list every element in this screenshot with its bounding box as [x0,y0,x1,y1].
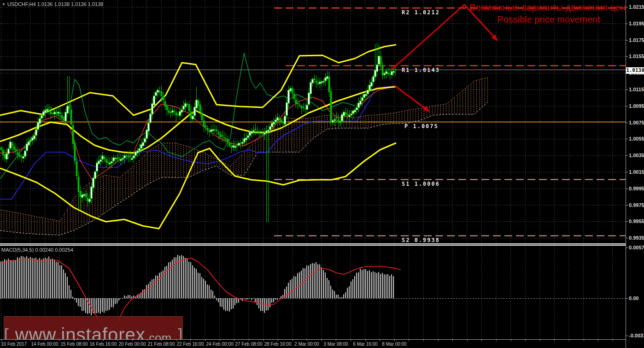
time-axis-label: 21 Feb 08:00 [148,342,175,347]
time-axis-tick [220,340,220,341]
price-axis[interactable]: 1.0138 1.02151.01951.01751.01551.01351.0… [626,0,644,348]
time-axis-tick [481,340,482,341]
time-axis-tick [467,340,468,341]
price-axis-label: 1.0175 [629,37,644,43]
time-axis-tick [336,340,336,341]
ohlc-values: 1.0136 1.0138 1.0136 1.0138 [37,1,104,7]
time-axis-tick [540,340,540,341]
price-axis-label: -0.00378 [629,333,644,338]
price-axis-label: 1.0015 [629,169,644,175]
time-axis-label: 28 Feb 16:00 [264,342,292,347]
time-axis-tick [147,340,147,341]
axis-tick [626,221,628,222]
level-label-r1: R1 1.0143 [402,67,440,73]
time-axis-label: 22 Feb 16:00 [177,342,204,347]
symbol-label: USDCHF,H4 [7,1,36,7]
axis-tick [626,238,628,238]
time-axis-tick [249,340,249,341]
price-axis-label: 0.9975 [629,202,644,208]
time-axis-tick [88,340,89,341]
time-axis-tick [409,340,409,341]
time-axis[interactable]: 10 Feb 201714 Feb 00:0015 Feb 08:0016 Fe… [0,339,626,348]
time-axis-label: 2 Mar 00:00 [294,342,319,347]
time-axis-label: 16 Feb 16:00 [90,342,117,347]
time-axis-tick [263,340,263,341]
price-axis-label: 1.0055 [629,136,644,142]
time-axis-tick [117,340,118,341]
time-axis-tick [613,340,613,341]
price-axis-label: 1.0195 [629,21,644,26]
time-axis-tick [322,340,322,341]
price-axis-label: 1.0075 [629,120,644,125]
axis-tick [626,7,628,7]
time-axis-tick [525,340,526,341]
level-label-s1: S1 1.0006 [402,181,440,187]
axis-tick [626,336,628,336]
time-axis-tick [452,340,453,341]
axis-tick [626,106,628,106]
time-axis-tick [307,340,307,341]
time-axis-tick [59,340,60,341]
symbol-dropdown-icon[interactable]: ▼ [2,2,6,6]
level-label-r2: R2 1.0212 [402,9,440,16]
price-axis-label: 0.00 [629,295,638,301]
time-axis-label: 10 Feb 2017 [1,342,27,347]
mt4-chart-window: ▼USDCHF,H4 1.0136 1.0138 1.0136 1.0138 M… [0,0,644,348]
time-axis-tick [511,340,511,341]
panel-divider[interactable] [0,243,626,246]
time-axis-label: 15 Feb 08:00 [61,342,88,347]
annotation-text-en: Possible price movement [498,14,600,25]
axis-tick [626,89,628,90]
level-label-p: P 1.0075 [404,123,439,130]
axis-tick [626,155,628,156]
time-axis-tick [351,340,351,341]
time-axis-tick [74,340,75,341]
current-price-badge: 1.0138 [626,67,644,74]
level-label-s2: S2 0.9938 [402,237,440,243]
price-axis-label: 0.9955 [629,218,644,224]
price-axis-label: 1.0035 [629,153,644,158]
annotation-text-ru: Возможные варианты движения цен [469,2,626,13]
time-axis-tick [293,340,293,341]
time-axis-tick [103,340,104,341]
axis-tick [626,248,628,248]
time-axis-label: 8 Mar 00:00 [382,342,406,347]
price-axis-label: 1.0155 [629,53,644,59]
axis-tick [626,189,628,189]
time-axis-tick [161,340,162,341]
time-axis-tick [554,340,555,341]
time-axis-tick [365,340,366,341]
price-axis-label: 0.9935 [629,235,644,241]
time-axis-label: 6 Mar 16:00 [353,342,377,347]
axis-tick [626,123,628,123]
time-axis-tick [45,340,45,341]
time-axis-tick [438,340,439,341]
axis-tick [626,56,628,57]
price-axis-label: 1.0215 [629,4,644,10]
main-price-chart[interactable] [0,0,626,243]
price-axis-label: 0.00578 [629,245,644,250]
time-axis-tick [394,340,395,341]
time-axis-tick [278,340,278,341]
time-axis-label: 27 Feb 08:00 [235,342,263,347]
price-axis-label: 1.0095 [629,103,644,109]
axis-tick [626,139,628,139]
price-axis-label: 0.9995 [629,186,644,191]
time-axis-tick [30,340,31,341]
axis-tick [626,24,628,24]
time-axis-label: 20 Feb 00:00 [119,342,146,347]
time-axis-tick [205,340,205,341]
time-axis-tick [584,340,584,341]
axis-tick [626,172,628,172]
time-axis-label: 24 Feb 00:00 [206,342,234,347]
time-axis-label: 3 Mar 08:00 [323,342,348,347]
time-axis-tick [16,340,16,341]
time-axis-tick [569,340,569,341]
time-axis-tick [423,340,424,341]
time-axis-tick [496,340,497,341]
axis-tick [626,298,628,299]
time-axis-tick [234,340,234,341]
chart-title: ▼USDCHF,H4 1.0136 1.0138 1.0136 1.0138 [2,1,103,7]
axis-tick [626,205,628,206]
time-axis-tick [380,340,380,341]
